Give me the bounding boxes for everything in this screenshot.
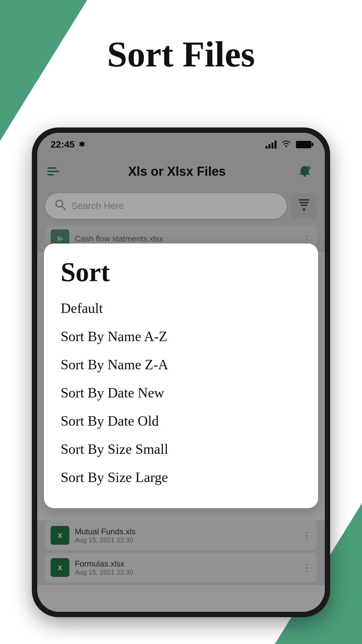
page-title: Sort Files <box>0 34 362 75</box>
sort-option-size-small[interactable]: Sort By Size Small <box>61 435 301 463</box>
sort-options-list: Default Sort By Name A-Z Sort By Name Z-… <box>61 294 301 491</box>
phone-screen: 22:45 ✱ <box>37 133 325 612</box>
sort-option-size-large[interactable]: Sort By Size Large <box>61 463 301 491</box>
sort-option-date-new[interactable]: Sort By Date New <box>61 379 301 407</box>
sort-option-name-az[interactable]: Sort By Name A-Z <box>61 322 301 351</box>
phone-frame: 22:45 ✱ <box>32 127 330 617</box>
sort-option-name-za[interactable]: Sort By Name Z-A <box>61 351 301 379</box>
sort-modal-title: Sort <box>61 257 301 287</box>
sort-option-default[interactable]: Default <box>61 294 301 322</box>
sort-modal: Sort Default Sort By Name A-Z Sort By Na… <box>44 244 318 508</box>
sort-modal-overlay[interactable]: Sort Default Sort By Name A-Z Sort By Na… <box>37 133 325 612</box>
sort-option-date-old[interactable]: Sort By Date Old <box>61 407 301 435</box>
